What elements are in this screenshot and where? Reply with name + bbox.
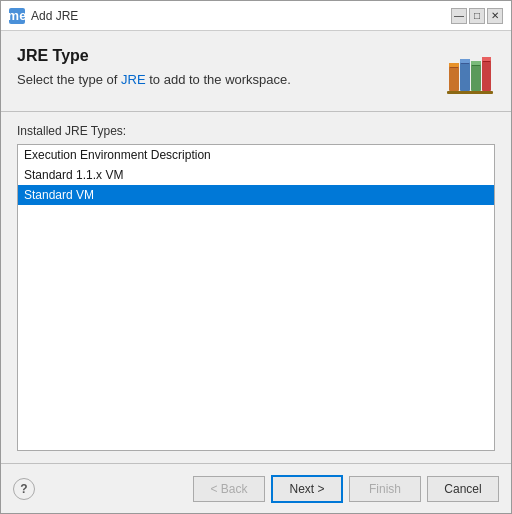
svg-rect-4 <box>460 59 470 63</box>
page-title: JRE Type <box>17 47 443 65</box>
window-icon: me <box>9 8 25 24</box>
svg-rect-5 <box>461 63 469 64</box>
desc-after: to add to the workspace. <box>146 72 291 87</box>
help-button[interactable]: ? <box>13 478 35 500</box>
maximize-button[interactable]: □ <box>469 8 485 24</box>
svg-rect-1 <box>449 63 459 67</box>
svg-rect-10 <box>482 57 491 61</box>
finish-button[interactable]: Finish <box>349 476 421 502</box>
bottom-right: < Back Next > Finish Cancel <box>193 475 499 503</box>
cancel-button[interactable]: Cancel <box>427 476 499 502</box>
minimize-button[interactable]: — <box>451 8 467 24</box>
title-bar: me Add JRE — □ ✕ <box>1 1 511 31</box>
list-item[interactable]: Standard VM <box>18 185 494 205</box>
svg-rect-12 <box>447 91 493 94</box>
divider <box>1 111 511 112</box>
bottom-left: ? <box>13 478 35 500</box>
close-button[interactable]: ✕ <box>487 8 503 24</box>
jre-list[interactable]: Execution Environment Description Standa… <box>17 144 495 451</box>
svg-rect-2 <box>450 67 458 68</box>
svg-rect-11 <box>483 61 490 62</box>
svg-rect-9 <box>482 57 491 91</box>
window-controls: — □ ✕ <box>451 8 503 24</box>
content-area: JRE Type Select the type of JRE to add t… <box>1 31 511 463</box>
desc-highlight: JRE <box>121 72 146 87</box>
books-svg <box>445 49 493 97</box>
installed-label: Installed JRE Types: <box>17 124 495 138</box>
next-button[interactable]: Next > <box>271 475 343 503</box>
window-title: Add JRE <box>31 9 78 23</box>
list-item[interactable]: Standard 1.1.x VM <box>18 165 494 185</box>
desc-before: Select the type of <box>17 72 121 87</box>
header-icon <box>443 47 495 99</box>
svg-rect-7 <box>471 61 481 65</box>
svg-rect-8 <box>472 65 480 66</box>
header-section: JRE Type Select the type of JRE to add t… <box>17 47 495 99</box>
header-description: Select the type of JRE to add to the wor… <box>17 71 443 89</box>
title-bar-left: me Add JRE <box>9 8 78 24</box>
bottom-bar: ? < Back Next > Finish Cancel <box>1 463 511 513</box>
main-window: me Add JRE — □ ✕ JRE Type Select the typ… <box>0 0 512 514</box>
header-text: JRE Type Select the type of JRE to add t… <box>17 47 443 89</box>
back-button[interactable]: < Back <box>193 476 265 502</box>
list-item[interactable]: Execution Environment Description <box>18 145 494 165</box>
